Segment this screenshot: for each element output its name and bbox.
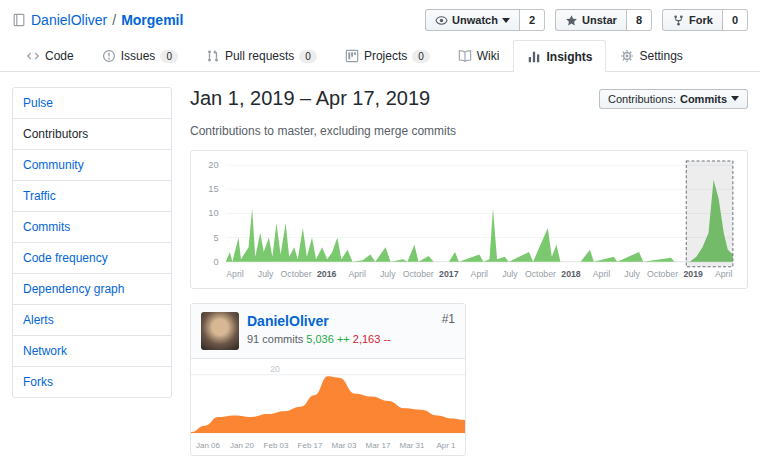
- stargazers-count[interactable]: 8: [627, 9, 652, 31]
- tab-label: Settings: [639, 49, 682, 63]
- contributor-stats: 91 commits 5,036 ++ 2,163 --: [247, 333, 391, 345]
- tab-label: Insights: [546, 50, 592, 64]
- svg-text:April: April: [348, 269, 366, 279]
- contributor-card: DanielOliver 91 commits 5,036 ++ 2,163 -…: [190, 303, 466, 456]
- tab-issues[interactable]: Issues 0: [88, 40, 192, 71]
- sidebar-item-forks[interactable]: Forks: [13, 366, 171, 397]
- owner-link[interactable]: DanielOliver: [31, 12, 107, 28]
- forks-count[interactable]: 0: [723, 9, 748, 31]
- repo-actions: Unwatch 2 Unstar 8 Fork 0: [425, 9, 748, 31]
- book-icon: [458, 49, 472, 63]
- unwatch-button[interactable]: Unwatch: [425, 9, 520, 31]
- issue-icon: [102, 49, 116, 63]
- svg-text:October: October: [647, 269, 678, 279]
- svg-text:July: July: [258, 269, 274, 279]
- svg-text:Feb 17: Feb 17: [298, 441, 323, 450]
- filter-value: Commits: [680, 93, 727, 105]
- sidebar-item-code-frequency[interactable]: Code frequency: [13, 242, 171, 273]
- contributor-card-header: DanielOliver 91 commits 5,036 ++ 2,163 -…: [191, 304, 465, 359]
- tab-counter: 0: [299, 50, 317, 63]
- sidebar-item-pulse[interactable]: Pulse: [13, 88, 171, 118]
- svg-text:Jan 20: Jan 20: [230, 441, 255, 450]
- svg-text:Apr 1: Apr 1: [436, 441, 456, 450]
- fork-icon: [672, 14, 685, 27]
- sidebar-item-alerts[interactable]: Alerts: [13, 304, 171, 335]
- contributor-activity-chart: 20Jan 06Jan 20Feb 03Feb 17Mar 03Mar 17Ma…: [191, 359, 465, 455]
- watch-control: Unwatch 2: [425, 9, 545, 31]
- svg-text:2017: 2017: [439, 269, 459, 279]
- contributions-filter-button[interactable]: Contributions: Commits: [599, 89, 748, 109]
- unwatch-label: Unwatch: [452, 13, 498, 27]
- svg-text:October: October: [525, 269, 556, 279]
- contributor-name-link[interactable]: DanielOliver: [247, 313, 391, 329]
- svg-text:2018: 2018: [561, 269, 581, 279]
- unstar-label: Unstar: [582, 13, 617, 27]
- star-control: Unstar 8: [555, 9, 652, 31]
- tab-settings[interactable]: Settings: [606, 40, 696, 71]
- code-icon: [26, 49, 40, 63]
- graph-icon: [527, 50, 541, 64]
- sidebar-item-commits[interactable]: Commits: [13, 211, 171, 242]
- svg-text:July: July: [502, 269, 518, 279]
- star-icon: [565, 14, 578, 27]
- watchers-count[interactable]: 2: [520, 9, 545, 31]
- svg-text:20: 20: [208, 160, 218, 170]
- sidebar-item-traffic[interactable]: Traffic: [13, 180, 171, 211]
- tab-pull-requests[interactable]: Pull requests 0: [192, 40, 331, 71]
- contributions-graph: 05101520AprilJulyOctober2016AprilJulyOct…: [190, 150, 748, 289]
- tab-wiki[interactable]: Wiki: [444, 40, 514, 71]
- fork-button[interactable]: Fork: [662, 9, 723, 31]
- tab-projects[interactable]: Projects 0: [331, 40, 444, 71]
- sidebar-item-community[interactable]: Community: [13, 149, 171, 180]
- svg-text:0: 0: [213, 257, 218, 267]
- repo-link[interactable]: Morgemil: [121, 12, 183, 28]
- commit-count: 91 commits: [247, 333, 303, 345]
- tab-insights[interactable]: Insights: [513, 40, 606, 72]
- svg-text:July: July: [624, 269, 640, 279]
- svg-text:20: 20: [270, 364, 280, 374]
- repo-icon: [12, 13, 26, 27]
- gear-icon: [620, 49, 634, 63]
- svg-text:10: 10: [208, 208, 218, 218]
- sidebar-item-contributors[interactable]: Contributors: [13, 118, 171, 149]
- tab-label: Wiki: [477, 49, 500, 63]
- svg-text:Feb 03: Feb 03: [264, 441, 289, 450]
- svg-text:April: April: [226, 269, 244, 279]
- svg-text:October: October: [403, 269, 434, 279]
- project-icon: [345, 49, 359, 63]
- svg-text:Mar 17: Mar 17: [366, 441, 391, 450]
- date-range-heading: Jan 1, 2019 – Apr 17, 2019: [190, 87, 430, 110]
- svg-text:Mar 03: Mar 03: [332, 441, 357, 450]
- pull-request-icon: [206, 49, 220, 63]
- svg-text:2019: 2019: [683, 269, 703, 279]
- svg-text:April: April: [471, 269, 489, 279]
- unstar-button[interactable]: Unstar: [555, 9, 627, 31]
- tab-code[interactable]: Code: [12, 40, 88, 71]
- sidebar-item-network[interactable]: Network: [13, 335, 171, 366]
- svg-text:July: July: [380, 269, 396, 279]
- tab-label: Pull requests: [225, 49, 294, 63]
- caret-down-icon: [502, 18, 510, 23]
- chart-subtitle: Contributions to master, excluding merge…: [190, 124, 748, 138]
- svg-text:Jan 06: Jan 06: [196, 441, 221, 450]
- svg-text:April: April: [715, 269, 733, 279]
- tab-label: Projects: [364, 49, 407, 63]
- sidebar-item-dependency-graph[interactable]: Dependency graph: [13, 273, 171, 304]
- svg-text:2016: 2016: [317, 269, 337, 279]
- tab-counter: 0: [160, 50, 178, 63]
- contributors-panel: Jan 1, 2019 – Apr 17, 2019 Contributions…: [190, 87, 748, 456]
- repo-header: DanielOliver / Morgemil Unwatch 2 Unstar…: [0, 0, 760, 31]
- avatar: [201, 312, 239, 350]
- repo-nav: Code Issues 0 Pull requests 0 Projects 0…: [0, 33, 760, 72]
- tab-counter: 0: [412, 50, 430, 63]
- additions-count: 5,036 ++: [306, 333, 349, 345]
- svg-text:15: 15: [208, 184, 218, 194]
- tab-label: Issues: [121, 49, 156, 63]
- svg-text:Mar 31: Mar 31: [400, 441, 425, 450]
- svg-text:October: October: [281, 269, 312, 279]
- caret-down-icon: [731, 96, 739, 101]
- eye-icon: [435, 14, 448, 27]
- contributions-area-chart[interactable]: 05101520AprilJulyOctober2016AprilJulyOct…: [197, 159, 737, 284]
- contributor-rank: #1: [442, 312, 455, 326]
- deletions-count: 2,163 --: [353, 333, 391, 345]
